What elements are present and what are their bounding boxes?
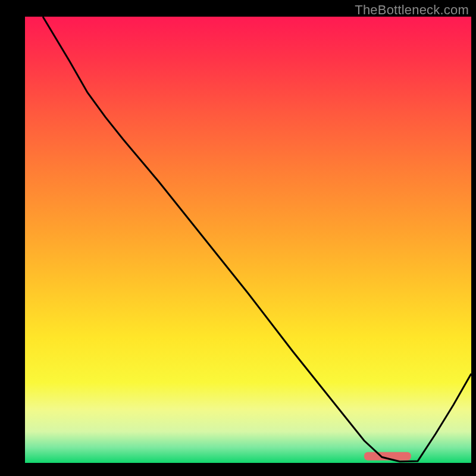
- watermark-text: TheBottleneck.com: [355, 2, 469, 18]
- chart-svg: [0, 0, 476, 476]
- chart-container: { "watermark": "TheBottleneck.com", "cha…: [0, 0, 476, 476]
- chart-plot-area: [25, 17, 471, 463]
